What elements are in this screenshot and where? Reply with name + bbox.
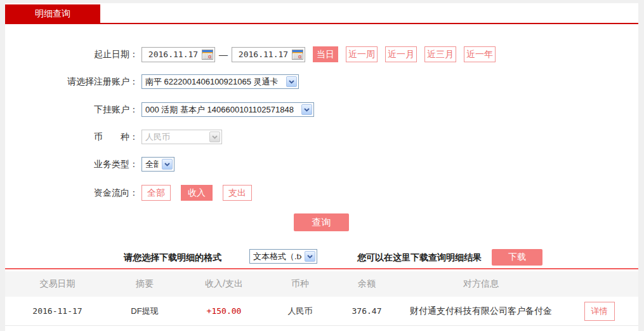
tab-underline <box>5 23 638 24</box>
header-trade-date: 交易日期 <box>5 278 110 290</box>
chevron-down-icon <box>286 76 297 87</box>
cell-action: 详情 <box>560 302 638 321</box>
table-header-row: 交易日期 摘要 收入/支出 币种 余额 对方信息 <box>5 271 638 297</box>
cell-trade-date: 2016-11-17 <box>5 306 110 316</box>
cell-summary: DF提现 <box>110 306 180 317</box>
currency-label: 币 种： <box>5 132 138 143</box>
chevron-down-icon <box>209 132 220 142</box>
sub-account-label: 下挂账户： <box>5 104 138 116</box>
currency-value: 人民币 <box>145 132 170 143</box>
date-range-label: 起止日期： <box>5 49 138 60</box>
calendar-icon[interactable] <box>292 50 303 60</box>
table-row: 2016-11-17 DF提现 +150.00 人民币 376.47 财付通支付… <box>5 297 638 326</box>
sub-account-row: 下挂账户： 000 活期 基本户 1406600101102571848 <box>5 102 638 117</box>
fund-flow-all-button[interactable]: 全部 <box>141 185 171 201</box>
start-date-value: 2016.11.17 <box>145 50 202 59</box>
tab-detail-query[interactable]: 明细查询 <box>5 4 100 23</box>
chevron-down-icon <box>162 159 173 170</box>
quick-range-week-button[interactable]: 近一周 <box>346 46 378 62</box>
content-panel: 明细查询 起止日期： 2016.11.17 <box>5 3 638 331</box>
currency-select: 人民币 <box>141 130 222 144</box>
table-top-line <box>5 268 638 269</box>
register-account-row: 请选择注册账户： 南平 6222001406100921065 灵通卡 <box>5 74 638 89</box>
end-date-value: 2016.11.17 <box>235 50 292 59</box>
business-type-label: 业务类型： <box>5 159 138 170</box>
business-type-value: 全部 <box>145 159 159 170</box>
date-range-row: 起止日期： 2016.11.17 <box>5 46 638 62</box>
register-account-select[interactable]: 南平 6222001406100921065 灵通卡 <box>141 74 299 89</box>
cell-amount: +150.00 <box>180 306 268 316</box>
download-format-label: 请您选择下载明细的格式 <box>124 252 221 264</box>
header-currency: 币种 <box>268 278 332 290</box>
quick-range-month-button[interactable]: 近一月 <box>385 46 417 62</box>
quick-range-year-button[interactable]: 近一年 <box>464 46 496 62</box>
sub-account-value: 000 活期 基本户 1406600101102571848 <box>145 104 294 116</box>
business-type-select[interactable]: 全部 <box>141 157 174 172</box>
sub-account-select[interactable]: 000 活期 基本户 1406600101102571848 <box>141 102 314 117</box>
quick-range-3month-button[interactable]: 近三月 <box>424 46 456 62</box>
header-income-expense: 收入/支出 <box>180 278 268 290</box>
results-table: 交易日期 摘要 收入/支出 币种 余额 对方信息 2016-11-17 DF提现… <box>5 268 638 326</box>
end-date-input[interactable]: 2016.11.17 <box>232 47 305 62</box>
fund-flow-expense-button[interactable]: 支出 <box>223 185 252 201</box>
fund-flow-income-button[interactable]: 收入 <box>181 185 213 201</box>
calendar-icon[interactable] <box>202 50 213 60</box>
download-format-value: 文本格式（.txt） <box>253 251 301 262</box>
business-type-row: 业务类型： 全部 <box>5 157 638 172</box>
date-range-separator: — <box>219 50 228 60</box>
currency-row: 币 种： 人民币 <box>5 130 638 144</box>
detail-button[interactable]: 详情 <box>584 302 615 321</box>
chevron-down-icon <box>305 251 315 262</box>
fund-flow-row: 资金流向： 全部 收入 支出 <box>5 185 638 201</box>
start-date-input[interactable]: 2016.11.17 <box>141 47 215 62</box>
download-button[interactable]: 下载 <box>492 249 542 266</box>
register-account-label: 请选择注册账户： <box>5 76 138 88</box>
register-account-value: 南平 6222001406100921065 灵通卡 <box>145 76 279 88</box>
fund-flow-label: 资金流向： <box>5 187 138 199</box>
quick-range-today-button[interactable]: 当日 <box>313 46 338 62</box>
cell-currency: 人民币 <box>268 306 332 317</box>
header-counterparty: 对方信息 <box>402 278 560 290</box>
detail-query-screen: 明细查询 起止日期： 2016.11.17 <box>0 0 644 331</box>
chevron-down-icon <box>301 104 312 115</box>
download-hint-label: 您可以在这里下载查询明细结果 <box>357 252 482 264</box>
cell-balance: 376.47 <box>332 306 402 316</box>
header-balance: 余额 <box>332 278 402 290</box>
download-format-select[interactable]: 文本格式（.txt） <box>249 249 317 264</box>
query-button[interactable]: 查询 <box>294 213 349 231</box>
header-summary: 摘要 <box>110 278 180 290</box>
tab-label: 明细查询 <box>35 8 70 20</box>
cell-counterparty: 财付通支付科技有限公司客户备付金 <box>402 306 560 317</box>
